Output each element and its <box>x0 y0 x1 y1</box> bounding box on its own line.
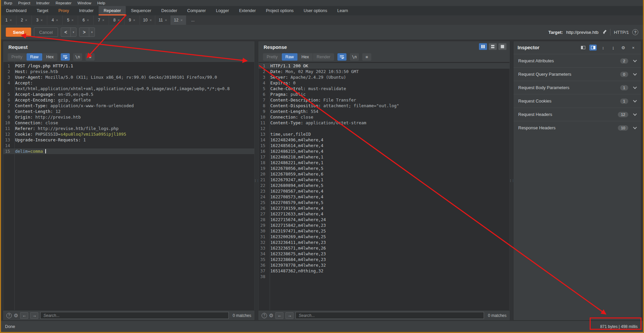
tab-comparer[interactable]: Comparer <box>182 6 211 15</box>
search-input[interactable] <box>40 312 228 319</box>
search-prev-button[interactable]: ← <box>275 312 283 319</box>
inspector-section-request-headers[interactable]: Request Headers12 <box>514 108 641 121</box>
tab-learn[interactable]: Learn <box>332 6 353 15</box>
search-prev-button[interactable]: ← <box>20 312 28 319</box>
close-icon[interactable]: × <box>41 18 43 22</box>
inspector-section-request-cookies[interactable]: Request Cookies1 <box>514 94 641 108</box>
repeater-tab-8[interactable]: 8× <box>109 15 124 25</box>
dock-right-button[interactable] <box>589 45 597 51</box>
repeater-tab-11[interactable]: 11× <box>155 15 171 25</box>
view-tab-render[interactable]: Render <box>313 53 334 61</box>
menu-bar: BurpProjectIntruderRepeaterWindowHelp <box>1 0 643 6</box>
tab-target[interactable]: Target <box>32 6 53 15</box>
search-settings-icon[interactable]: ⚙ <box>269 313 273 318</box>
view-tab-hex[interactable]: Hex <box>43 53 57 61</box>
editor-line: 231622708567,m4lwhere,4 <box>259 188 509 194</box>
view-tab-hex[interactable]: Hex <box>298 53 313 61</box>
dock-left-button[interactable] <box>579 45 587 51</box>
back-button[interactable]: <▾ <box>61 27 76 37</box>
tab-decoder[interactable]: Decoder <box>156 6 182 15</box>
close-icon[interactable]: × <box>165 18 167 22</box>
repeater-tab-3[interactable]: 3× <box>32 15 47 25</box>
menu-item-window[interactable]: Window <box>74 1 94 5</box>
tab-dashboard[interactable]: Dashboard <box>1 6 32 15</box>
tab-user-options[interactable]: User options <box>299 6 332 15</box>
word-wrap-button[interactable] <box>337 53 346 61</box>
chevron-down-icon[interactable]: ▾ <box>70 28 76 37</box>
view-tab-raw[interactable]: Raw <box>26 53 43 61</box>
tab-extender[interactable]: Extender <box>234 6 261 15</box>
close-icon[interactable]: × <box>118 18 120 22</box>
repeater-tab-10[interactable]: 10× <box>140 15 155 25</box>
line-text: 1622485614,m4lwhere,4 <box>268 143 323 148</box>
forward-button[interactable]: >▾ <box>79 27 95 37</box>
close-icon[interactable]: × <box>71 18 73 22</box>
close-icon[interactable]: × <box>150 18 152 22</box>
repeater-tab-overflow[interactable]: ... <box>186 15 200 25</box>
help-icon[interactable]: ? <box>632 29 638 35</box>
panel-splitter[interactable]: ⋮⋮ <box>255 41 258 321</box>
chevron-down-icon[interactable]: ▾ <box>89 28 95 37</box>
menu-item-intruder[interactable]: Intruder <box>33 1 53 5</box>
view-tab-raw[interactable]: Raw <box>282 53 298 61</box>
layout-columns-button[interactable] <box>479 43 487 50</box>
menu-item-project[interactable]: Project <box>15 1 33 5</box>
response-editor[interactable]: 1HTTP/1.1 200 OK2Date: Mon, 02 May 2022 … <box>259 62 509 310</box>
layout-rows-button[interactable] <box>489 43 497 50</box>
tab-project-options[interactable]: Project options <box>261 6 299 15</box>
inspector-section-request-attributes[interactable]: Request Attributes2 <box>514 54 641 67</box>
tab-intruder[interactable]: Intruder <box>74 6 99 15</box>
tab-sequencer[interactable]: Sequencer <box>126 6 156 15</box>
view-tab-pretty[interactable]: Pretty <box>263 53 282 61</box>
repeater-tab-7[interactable]: 7× <box>94 15 109 25</box>
cancel-button[interactable]: Cancel <box>34 27 58 37</box>
repeater-tab-2[interactable]: 2× <box>16 15 32 25</box>
edit-target-icon[interactable] <box>602 30 607 35</box>
search-next-button[interactable]: → <box>285 312 293 319</box>
close-icon[interactable]: × <box>133 18 135 22</box>
search-help-icon[interactable]: ? <box>262 313 267 318</box>
search-settings-icon[interactable]: ⚙ <box>14 313 18 318</box>
repeater-tab-1[interactable]: 1× <box>1 15 16 25</box>
search-input[interactable] <box>296 312 484 319</box>
view-tab-pretty[interactable]: Pretty <box>8 53 26 61</box>
menu-item-help[interactable]: Help <box>94 1 108 5</box>
close-icon[interactable]: × <box>180 18 182 22</box>
menu-item-burp[interactable]: Burp <box>1 1 15 5</box>
panel-splitter[interactable]: ⋮⋮ <box>510 41 513 321</box>
inspector-settings-button[interactable]: ⚙ <box>620 45 627 51</box>
show-newlines-button[interactable]: \n <box>350 53 359 61</box>
tab-proxy[interactable]: Proxy <box>53 6 74 15</box>
editor-menu-button[interactable]: ≡ <box>86 53 95 61</box>
inspector-section-request-body-parameters[interactable]: Request Body Parameters1 <box>514 81 641 94</box>
token: public <box>288 92 306 97</box>
send-button[interactable]: Send <box>6 27 31 37</box>
inspector-close-button[interactable]: × <box>630 45 637 51</box>
repeater-tab-12[interactable]: 12× <box>171 15 186 25</box>
inspector-section-response-headers[interactable]: Response Headers10 <box>514 121 641 134</box>
search-next-button[interactable]: → <box>30 312 38 319</box>
collapse-all-button[interactable]: ↨ <box>609 45 617 51</box>
word-wrap-button[interactable] <box>61 53 70 61</box>
close-icon[interactable]: × <box>102 18 104 22</box>
close-icon[interactable]: × <box>10 18 12 22</box>
search-help-icon[interactable]: ? <box>6 313 12 318</box>
repeater-tab-6[interactable]: 6× <box>78 15 94 25</box>
layout-single-button[interactable] <box>498 43 506 50</box>
editor-line: 291622715842,m4lwhere,23 <box>259 222 509 228</box>
menu-item-repeater[interactable]: Repeater <box>53 1 74 5</box>
editor-menu-button[interactable]: ≡ <box>362 53 371 61</box>
inspector-section-request-query-parameters[interactable]: Request Query Parameters0 <box>514 67 641 81</box>
close-icon[interactable]: × <box>25 18 27 22</box>
request-editor[interactable]: 1POST /logs.php HTTP/1.12Host: previse.h… <box>3 62 254 310</box>
expand-all-button[interactable]: ↕ <box>599 45 607 51</box>
tab-repeater[interactable]: Repeater <box>99 6 126 15</box>
show-newlines-button[interactable]: \n <box>73 53 82 61</box>
close-icon[interactable]: × <box>56 18 58 22</box>
close-icon[interactable]: × <box>87 18 89 22</box>
repeater-tab-5[interactable]: 5× <box>63 15 78 25</box>
token: close <box>298 115 313 120</box>
repeater-tab-9[interactable]: 9× <box>124 15 140 25</box>
repeater-tab-4[interactable]: 4× <box>47 15 63 25</box>
tab-logger[interactable]: Logger <box>211 6 234 15</box>
